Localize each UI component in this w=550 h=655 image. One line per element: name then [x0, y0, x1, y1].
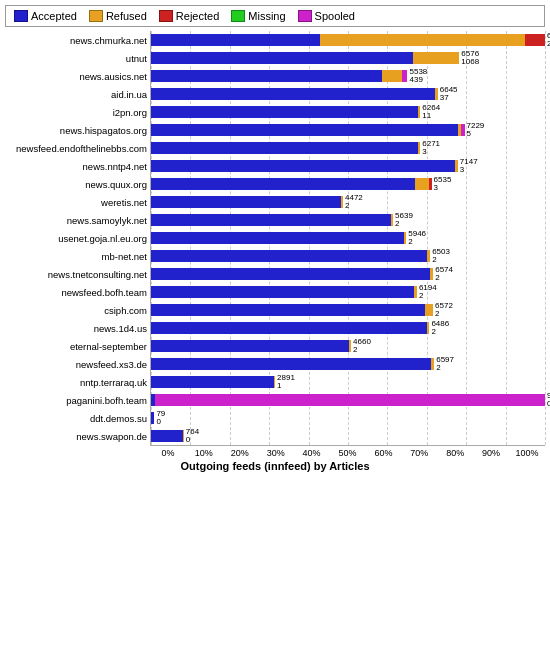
x-tick-5: 50%: [330, 448, 366, 458]
x-tick-1: 10%: [186, 448, 222, 458]
bar-segment-accepted-0: [151, 34, 320, 46]
bar-label2-19: 1: [277, 382, 295, 390]
y-label-8: news.quux.org: [85, 175, 150, 193]
bars-area: 6392283165761068553843966453762641172295…: [150, 31, 545, 446]
y-label-20: paganini.bofh.team: [66, 391, 150, 409]
bar-segments-7: 71473: [151, 157, 545, 175]
bar-value-1: 65761068: [461, 50, 479, 66]
bar-segment-refused-19: [274, 376, 275, 388]
bar-segment-accepted-7: [151, 160, 455, 172]
bar-segments-0: 63922831: [151, 31, 545, 49]
x-tick-0: 0%: [150, 448, 186, 458]
bar-row-9: 44722: [151, 193, 545, 211]
bar-segments-5: 72295: [151, 121, 545, 139]
bar-segment-accepted-9: [151, 196, 341, 208]
y-label-3: aid.in.ua: [111, 85, 150, 103]
bar-row-4: 626411: [151, 103, 545, 121]
bar-label2-14: 2: [419, 292, 437, 300]
y-label-2: news.ausics.net: [79, 67, 150, 85]
bar-value-10: 56392: [395, 212, 413, 228]
x-tick-8: 80%: [437, 448, 473, 458]
bar-segment-refused-11: [404, 232, 407, 244]
bar-segment-accepted-8: [151, 178, 415, 190]
bar-segment-accepted-4: [151, 106, 418, 118]
bar-segment-accepted-6: [151, 142, 418, 154]
bar-segments-21: 790: [151, 409, 545, 427]
bar-segment-refused-15: [425, 304, 433, 316]
legend-color-rejected: [159, 10, 173, 22]
bar-label2-7: 3: [460, 166, 478, 174]
bar-value-15: 65722: [435, 302, 453, 318]
bar-label2-6: 3: [422, 148, 440, 156]
bar-segments-15: 65722: [151, 301, 545, 319]
chart-area: news.chmurka.netutnutnews.ausics.netaid.…: [5, 31, 545, 472]
bar-segment-refused-18: [431, 358, 434, 370]
legend-color-refused: [89, 10, 103, 22]
y-label-14: newsfeed.bofh.team: [61, 283, 150, 301]
bar-row-22: 7640: [151, 427, 545, 445]
bar-label2-21: 0: [156, 418, 165, 426]
bar-value-3: 664537: [440, 86, 458, 102]
bar-segment-refused-2: [382, 70, 403, 82]
bar-value-22: 7640: [186, 428, 199, 444]
bar-value-4: 626411: [422, 104, 440, 120]
bar-segment-refused-13: [430, 268, 433, 280]
bar-segments-2: 5538439: [151, 67, 545, 85]
y-label-22: news.swapon.de: [76, 427, 150, 445]
bar-row-18: 65972: [151, 355, 545, 373]
bar-row-15: 65722: [151, 301, 545, 319]
legend-color-accepted: [14, 10, 28, 22]
bar-segment-rejected-0: [525, 34, 545, 46]
bar-segment-refused-10: [391, 214, 393, 226]
bar-segment-accepted-14: [151, 286, 414, 298]
bar-segments-13: 65742: [151, 265, 545, 283]
bar-row-5: 72295: [151, 121, 545, 139]
bar-row-8: 65353: [151, 175, 545, 193]
bar-value-14: 61942: [419, 284, 437, 300]
bar-label2-17: 2: [353, 346, 371, 354]
bar-segments-19: 28911: [151, 373, 545, 391]
bar-segment-refused-6: [418, 142, 421, 154]
bar-value-7: 71473: [460, 158, 478, 174]
bar-segments-6: 62713: [151, 139, 545, 157]
bar-value-21: 790: [156, 410, 165, 426]
x-tick-10: 100%: [509, 448, 545, 458]
y-label-19: nntp.terraraq.uk: [80, 373, 150, 391]
bar-segments-8: 65353: [151, 175, 545, 193]
x-tick-2: 20%: [222, 448, 258, 458]
bar-segments-17: 46602: [151, 337, 545, 355]
bar-segment-accepted-10: [151, 214, 391, 226]
bar-row-2: 5538439: [151, 67, 545, 85]
bar-row-6: 62713: [151, 139, 545, 157]
bar-segments-12: 65032: [151, 247, 545, 265]
bar-value-16: 64862: [431, 320, 449, 336]
bar-segments-14: 61942: [151, 283, 545, 301]
bar-row-21: 790: [151, 409, 545, 427]
bar-segments-20: 91810: [151, 391, 545, 409]
legend-label-accepted: Accepted: [31, 10, 77, 22]
bar-segments-10: 56392: [151, 211, 545, 229]
bar-segment-accepted-11: [151, 232, 404, 244]
bar-label2-18: 2: [436, 364, 454, 372]
bar-label2-3: 37: [440, 94, 458, 102]
bar-segment-refused-16: [427, 322, 430, 334]
bar-segment-refused-12: [427, 250, 430, 262]
bar-segments-1: 65761068: [151, 49, 545, 67]
y-label-18: newsfeed.xs3.de: [76, 355, 150, 373]
bar-segment-refused-9: [341, 196, 343, 208]
bar-segment-refused-7: [455, 160, 458, 172]
bar-row-17: 46602: [151, 337, 545, 355]
bar-segment-spooled-5: [461, 124, 464, 136]
bar-value-17: 46602: [353, 338, 371, 354]
bar-label2-10: 2: [395, 220, 413, 228]
bar-row-19: 28911: [151, 373, 545, 391]
y-label-0: news.chmurka.net: [70, 31, 150, 49]
bar-value-5: 72295: [467, 122, 485, 138]
bar-row-13: 65742: [151, 265, 545, 283]
bar-value-2: 5538439: [409, 68, 427, 84]
legend-item-accepted: Accepted: [14, 10, 77, 22]
bar-row-11: 59462: [151, 229, 545, 247]
bar-segment-rejected-8: [429, 178, 432, 190]
bar-label2-13: 2: [435, 274, 453, 282]
bar-segment-accepted-17: [151, 340, 349, 352]
